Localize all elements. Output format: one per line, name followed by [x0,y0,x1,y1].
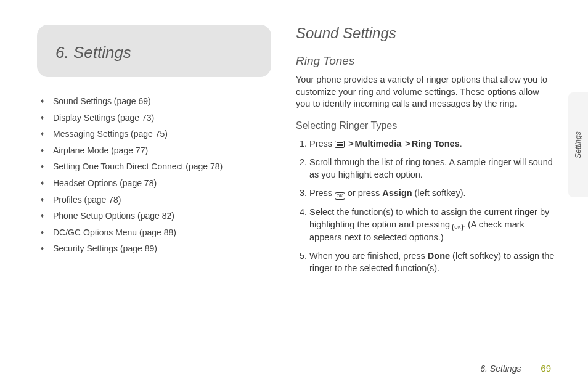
step-text: Scroll through the list of ring tones. A… [309,157,553,179]
page-content: 6. Settings ♦Sound Settings (page 69) ♦D… [0,0,588,280]
step-text: or press [345,188,382,198]
intro-paragraph: Your phone provides a variety of ringer … [296,74,555,110]
menu-path: Multimedia [355,139,402,149]
toc-item: ♦Airplane Mode (page 77) [53,142,271,159]
toc-item: ♦Messaging Settings (page 75) [53,126,271,142]
right-column: Sound Settings Ring Tones Your phone pro… [296,25,555,280]
toc-item: ♦Headset Options (page 78) [53,175,271,192]
table-of-contents: ♦Sound Settings (page 69) ♦Display Setti… [37,93,271,257]
footer-chapter: 6. Settings [480,364,521,374]
toc-item: ♦Sound Settings (page 69) [53,93,271,110]
toc-item: ♦Display Settings (page 73) [53,110,271,126]
toc-label: Display Settings (page 73) [53,113,154,123]
procedure-heading: Selecting Ringer Types [296,120,555,131]
bullet-icon: ♦ [41,158,44,174]
toc-item: ♦Profiles (page 78) [53,192,271,208]
toc-item: ♦DC/GC Options Menu (page 88) [53,224,271,241]
section-tab-label: Settings [574,131,582,158]
bullet-icon: ♦ [41,192,44,208]
toc-label: Profiles (page 78) [53,195,121,205]
softkey-label: Done [428,251,450,261]
subsection-title: Ring Tones [296,54,555,68]
step-text: When you are finished, press [309,251,428,261]
chapter-title: 6. Settings [55,43,253,62]
left-column: 6. Settings ♦Sound Settings (page 69) ♦D… [37,25,271,280]
bullet-icon: ♦ [41,240,44,256]
bullet-icon: ♦ [41,93,44,109]
toc-label: Setting One Touch Direct Connect (page 7… [53,161,223,171]
chapter-heading-box: 6. Settings [37,25,271,77]
section-tab: Settings [568,92,588,197]
step-list: Press >Multimedia >Ring Tones. Scroll th… [296,137,555,274]
menu-path: Ring Tones [412,139,460,149]
step-text: (left softkey). [412,188,466,198]
ok-key-icon: OK [452,224,463,231]
bullet-icon: ♦ [41,224,44,240]
step-item: Scroll through the list of ring tones. A… [309,156,555,181]
toc-label: DC/GC Options Menu (page 88) [53,227,176,237]
bullet-icon: ♦ [41,126,44,142]
bullet-icon: ♦ [41,208,44,224]
separator-icon: > [404,139,411,149]
toc-label: Security Settings (page 89) [53,243,157,253]
step-item: When you are finished, press Done (left … [309,250,555,274]
toc-item: ♦Phone Setup Options (page 82) [53,208,271,224]
softkey-label: Assign [382,188,412,198]
separator-icon: > [347,139,354,149]
bullet-icon: ♦ [41,110,44,126]
toc-item: ♦Security Settings (page 89) [53,240,271,257]
bullet-icon: ♦ [41,142,44,158]
step-text: Press [309,139,335,149]
toc-label: Sound Settings (page 69) [53,96,151,106]
toc-label: Airplane Mode (page 77) [53,145,148,155]
toc-label: Headset Options (page 78) [53,178,157,188]
step-item: Press OK or press Assign (left softkey). [309,187,555,200]
toc-label: Messaging Settings (page 75) [53,129,168,139]
menu-key-icon [335,141,345,148]
page-footer: 6. Settings 69 [480,363,551,374]
step-text: Press [309,188,335,198]
toc-item: ♦Setting One Touch Direct Connect (page … [53,158,271,175]
bullet-icon: ♦ [41,175,44,191]
page-number: 69 [541,363,551,374]
step-item: Press >Multimedia >Ring Tones. [309,137,555,150]
toc-label: Phone Setup Options (page 82) [53,211,174,221]
step-item: Select the function(s) to which to assig… [309,206,555,243]
section-title: Sound Settings [296,25,555,42]
ok-key-icon: OK [335,192,345,200]
